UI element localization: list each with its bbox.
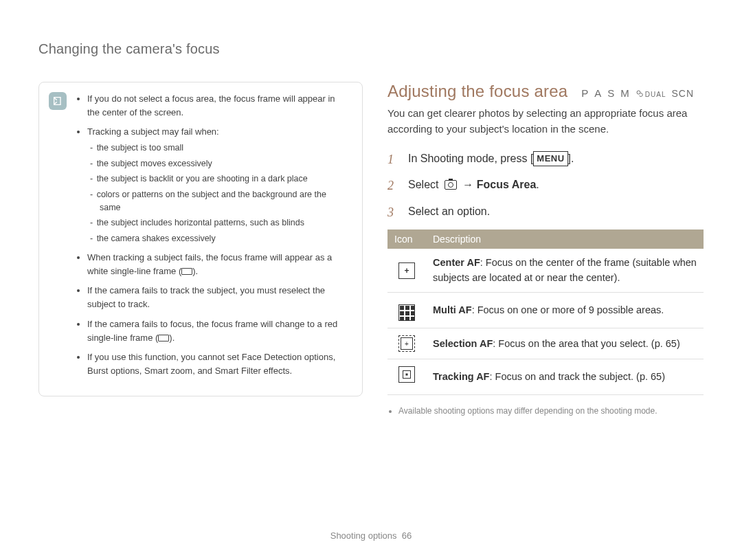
af-name: Tracking AF (433, 371, 489, 382)
mode-p: P (581, 87, 589, 99)
footer-section: Shooting options (330, 530, 397, 541)
af-desc: : Focus on one or more of 9 possible are… (472, 304, 664, 315)
content-columns: If you do not select a focus area, the f… (38, 82, 704, 417)
table-row: + Selection AF: Focus on the area that y… (387, 328, 704, 359)
menu-button-icon: MENU (533, 151, 567, 167)
step-number: 3 (387, 203, 400, 223)
af-name: Multi AF (433, 304, 472, 315)
mode-scn: SCN (672, 88, 695, 99)
mode-m: M (620, 87, 630, 99)
note-item: If the camera fails to track the subject… (87, 284, 348, 311)
table-row: Multi AF: Focus on one or more of 9 poss… (387, 293, 704, 328)
footer-page: 66 (402, 530, 412, 541)
main-column: Adjusting the focus area P A S M DUAL SC… (387, 82, 704, 417)
camera-icon (445, 180, 457, 190)
note-item: Tracking a subject may fail when: the su… (87, 125, 348, 245)
step-text: Select → Focus Area. (408, 176, 539, 196)
table-row: + Center AF: Focus on the center of the … (387, 249, 704, 293)
svg-point-0 (637, 91, 640, 94)
table-footnote: Available shooting options may differ de… (387, 405, 704, 417)
af-desc: : Focus on and track the subject. (p. 65… (489, 371, 665, 382)
note-item: When tracking a subject fails, the focus… (87, 251, 348, 278)
af-name: Center AF (433, 257, 480, 268)
step-text: Select an option. (408, 203, 490, 223)
step-number: 2 (387, 176, 400, 196)
mode-strip: P A S M DUAL SCN (581, 87, 694, 99)
note-item: If the camera fails to focus, the focus … (87, 317, 348, 345)
frame-icon (181, 268, 192, 275)
col-desc: Description (426, 229, 704, 249)
mode-a: A (594, 87, 602, 99)
dual-icon (636, 87, 644, 99)
steps: 1 In Shooting mode, press [MENU]. 2 Sele… (387, 150, 704, 223)
note-item: If you do not select a focus area, the f… (87, 92, 348, 120)
section-head: Adjusting the focus area P A S M DUAL SC… (387, 82, 704, 101)
multi-af-icon (398, 304, 415, 321)
af-desc: : Focus on the area that you select. (p.… (493, 338, 679, 349)
selection-af-icon: + (398, 335, 415, 352)
af-name: Selection AF (433, 338, 493, 349)
mode-dual: DUAL (636, 87, 666, 99)
step-number: 1 (387, 150, 400, 170)
frame-icon (158, 335, 169, 341)
step-3: 3 Select an option. (387, 203, 704, 223)
note-list: If you do not select a focus area, the f… (78, 92, 348, 378)
note-icon (49, 92, 67, 110)
col-icon: Icon (387, 229, 426, 249)
step-2: 2 Select → Focus Area. (387, 176, 704, 196)
note-item: If you use this function, you cannot set… (87, 350, 348, 378)
page-footer: Shooting options 66 (0, 530, 742, 541)
af-table: Icon Description + Center AF: Focus on t… (387, 229, 704, 395)
note-box: If you do not select a focus area, the f… (38, 82, 363, 396)
section-intro: You can get clearer photos by selecting … (387, 105, 704, 137)
section-title: Adjusting the focus area (387, 82, 567, 101)
note-column: If you do not select a focus area, the f… (38, 82, 363, 417)
note-sublist: the subject is too small the subject mov… (87, 142, 348, 245)
step-text: In Shooting mode, press [MENU]. (408, 150, 574, 170)
mode-s: S (607, 87, 615, 99)
manual-page: Changing the camera's focus If you do no… (0, 0, 742, 560)
running-head: Changing the camera's focus (38, 41, 704, 57)
center-af-icon: + (398, 262, 415, 279)
step-1: 1 In Shooting mode, press [MENU]. (387, 150, 704, 170)
tracking-af-icon (398, 366, 415, 383)
table-row: Tracking AF: Focus on and track the subj… (387, 359, 704, 395)
